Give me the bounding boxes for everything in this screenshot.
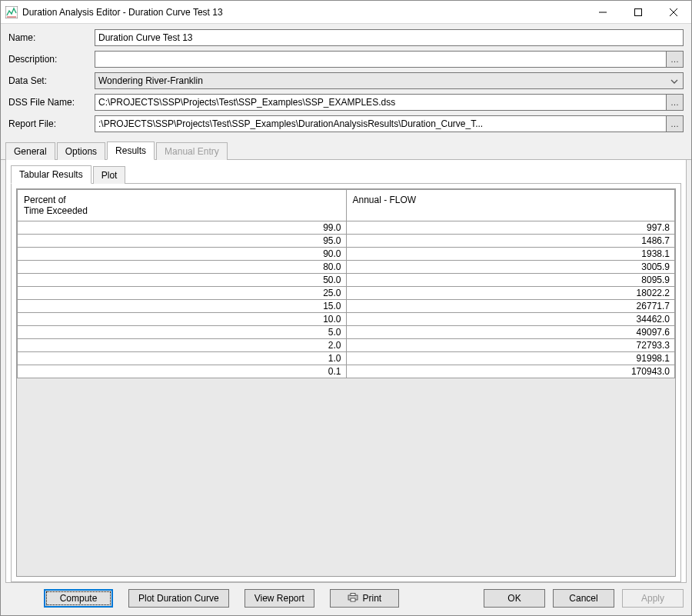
subtab-plot[interactable]: Plot (93, 166, 126, 184)
view-report-button[interactable]: View Report (245, 589, 314, 608)
svg-rect-6 (351, 593, 355, 595)
tab-options[interactable]: Options (57, 142, 105, 160)
cell-flow[interactable]: 18022.2 (346, 287, 675, 300)
grid-filler (17, 378, 675, 576)
ok-button[interactable]: OK (484, 589, 545, 608)
dataset-label: Data Set: (8, 75, 95, 86)
dssfile-input[interactable] (95, 94, 667, 111)
cell-flow[interactable]: 34462.0 (346, 313, 675, 326)
reportfile-browse-button[interactable]: … (667, 115, 684, 132)
cell-percent[interactable]: 10.0 (18, 313, 347, 326)
reportfile-input[interactable] (95, 115, 667, 132)
cell-flow[interactable]: 26771.7 (346, 300, 675, 313)
cell-flow[interactable]: 1938.1 (346, 248, 675, 261)
cell-flow[interactable]: 997.8 (346, 221, 675, 235)
cancel-button[interactable]: Cancel (553, 589, 614, 608)
app-icon (5, 6, 18, 18)
table-row[interactable]: 50.08095.9 (18, 274, 675, 287)
main-tabs: General Options Results Manual Entry (1, 141, 691, 160)
svg-rect-7 (351, 598, 355, 601)
description-input[interactable] (95, 51, 667, 68)
table-row[interactable]: 1.091998.1 (18, 352, 675, 365)
cell-flow[interactable]: 91998.1 (346, 352, 675, 365)
cell-percent[interactable]: 25.0 (18, 287, 347, 300)
cell-flow[interactable]: 3005.9 (346, 261, 675, 274)
button-bar: Compute Plot Duration Curve View Report … (1, 583, 691, 615)
reportfile-label: Report File: (8, 118, 95, 129)
cell-percent[interactable]: 5.0 (18, 326, 347, 339)
table-row[interactable]: 10.034462.0 (18, 313, 675, 326)
cell-percent[interactable]: 80.0 (18, 261, 347, 274)
print-button[interactable]: Print (330, 589, 399, 608)
cell-flow[interactable]: 170943.0 (346, 365, 675, 378)
description-label: Description: (8, 54, 95, 65)
form-area: Name: Description: … Data Set: Wondering… (1, 24, 691, 136)
col-flow-header: Annual - FLOW (346, 190, 675, 221)
table-row[interactable]: 95.01486.7 (18, 235, 675, 248)
table-row[interactable]: 90.01938.1 (18, 248, 675, 261)
svg-rect-2 (635, 8, 642, 15)
cell-percent[interactable]: 1.0 (18, 352, 347, 365)
table-row[interactable]: 99.0997.8 (18, 221, 675, 235)
cell-percent[interactable]: 95.0 (18, 235, 347, 248)
results-tbody: 99.0997.895.01486.790.01938.180.03005.95… (18, 221, 675, 378)
apply-button: Apply (622, 589, 684, 608)
titlebar: Duration Analysis Editor - Duration Curv… (1, 1, 691, 24)
cell-percent[interactable]: 2.0 (18, 339, 347, 352)
name-label: Name: (8, 32, 95, 43)
cell-flow[interactable]: 1486.7 (346, 235, 675, 248)
table-row[interactable]: 15.026771.7 (18, 300, 675, 313)
name-input[interactable] (95, 29, 684, 46)
col-percent-header: Percent of Time Exceeded (18, 190, 347, 221)
window: Duration Analysis Editor - Duration Curv… (0, 0, 692, 616)
description-ellipsis-button[interactable]: … (667, 51, 684, 68)
tab-general[interactable]: General (5, 142, 55, 160)
window-title: Duration Analysis Editor - Duration Curv… (22, 7, 585, 18)
tab-results[interactable]: Results (107, 142, 155, 160)
minimize-button[interactable] (585, 1, 620, 23)
table-row[interactable]: 0.1170943.0 (18, 365, 675, 378)
cell-flow[interactable]: 49097.6 (346, 326, 675, 339)
window-controls (585, 1, 691, 23)
cell-flow[interactable]: 72793.3 (346, 339, 675, 352)
close-button[interactable] (656, 1, 691, 23)
dssfile-label: DSS File Name: (8, 97, 95, 108)
results-table: Percent of Time Exceeded Annual - FLOW 9… (17, 189, 675, 378)
cell-flow[interactable]: 8095.9 (346, 274, 675, 287)
chevron-down-icon (669, 75, 680, 86)
cell-percent[interactable]: 50.0 (18, 274, 347, 287)
results-subtabs: Tabular Results Plot (11, 165, 681, 184)
content-area: General Options Results Manual Entry Tab… (1, 136, 691, 583)
plot-duration-curve-button[interactable]: Plot Duration Curve (128, 589, 229, 608)
table-row[interactable]: 25.018022.2 (18, 287, 675, 300)
cell-percent[interactable]: 15.0 (18, 300, 347, 313)
subtab-tabular[interactable]: Tabular Results (11, 165, 91, 184)
cell-percent[interactable]: 99.0 (18, 221, 347, 235)
cell-percent[interactable]: 90.0 (18, 248, 347, 261)
printer-icon (348, 593, 358, 604)
table-row[interactable]: 5.049097.6 (18, 326, 675, 339)
cell-percent[interactable]: 0.1 (18, 365, 347, 378)
dssfile-browse-button[interactable]: … (667, 94, 684, 111)
dataset-value: Wondering River-Franklin (98, 75, 669, 86)
compute-button[interactable]: Compute (44, 589, 113, 608)
table-row[interactable]: 2.072793.3 (18, 339, 675, 352)
results-grid-wrap: Percent of Time Exceeded Annual - FLOW 9… (16, 188, 676, 577)
dataset-combo[interactable]: Wondering River-Franklin (95, 72, 684, 89)
tabular-panel: Percent of Time Exceeded Annual - FLOW 9… (11, 184, 681, 582)
maximize-button[interactable] (620, 1, 656, 23)
tab-manual-entry: Manual Entry (156, 142, 228, 160)
results-panel: Tabular Results Plot Percent of Time Exc… (5, 160, 687, 583)
table-row[interactable]: 80.03005.9 (18, 261, 675, 274)
